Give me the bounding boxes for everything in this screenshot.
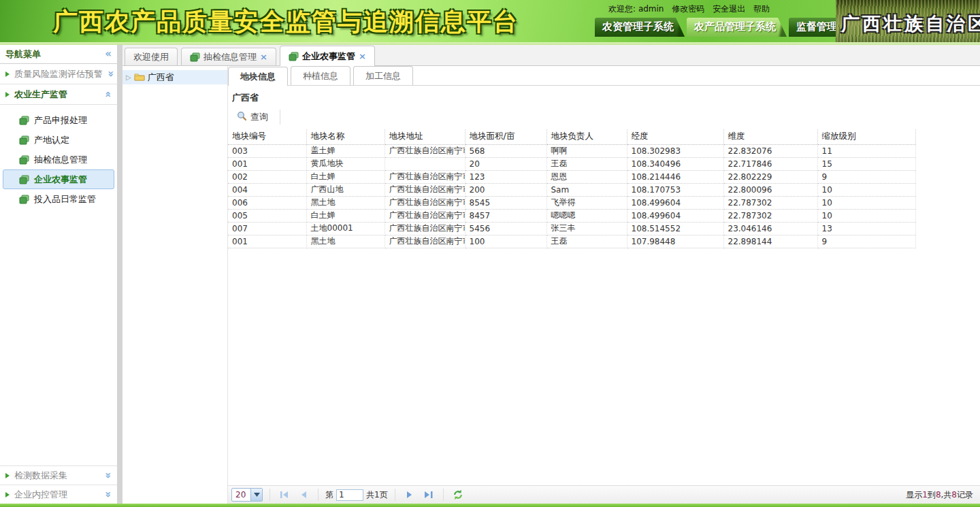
table-row[interactable]: 001黄瓜地块20王磊108.34049622.71784615: [228, 157, 915, 170]
table-cell[interactable]: 123: [465, 170, 546, 183]
next-page-button[interactable]: [402, 488, 417, 502]
table-cell[interactable]: 107.98448: [627, 235, 723, 248]
table-cell[interactable]: 黑土地: [306, 235, 385, 248]
sidebar-divider[interactable]: [117, 45, 122, 504]
table-cell[interactable]: 广西壮族自治区南宁市: [385, 209, 465, 222]
search-button[interactable]: 查询: [231, 108, 274, 126]
table-cell[interactable]: 108.302983: [627, 144, 723, 157]
tab-enterprise-farming[interactable]: 企业农事监管 ×: [280, 46, 375, 66]
table-cell[interactable]: 广西壮族自治区南宁市: [385, 235, 465, 248]
table-cell[interactable]: 黑土地: [306, 196, 385, 209]
help-link[interactable]: 帮助: [753, 4, 770, 14]
table-row[interactable]: 007土地00001广西壮族自治区南宁市5456张三丰108.51455223.…: [228, 222, 915, 235]
col-header-plot-manager[interactable]: 地块负责人: [546, 129, 627, 144]
sidebar-item-origin-certify[interactable]: 产地认定: [3, 130, 114, 150]
sidebar-item-enterprise-farming[interactable]: 企业农事监管: [3, 169, 114, 189]
subsystem-tab-nongzi[interactable]: 农资管理子系统: [595, 18, 685, 37]
tree-node-guangxi[interactable]: ▷ 广西省: [122, 70, 227, 84]
table-cell[interactable]: 200: [465, 183, 546, 196]
table-cell[interactable]: 9: [817, 235, 915, 248]
table-cell[interactable]: 广西壮族自治区南宁市: [385, 222, 465, 235]
table-cell[interactable]: 10: [817, 183, 915, 196]
table-cell[interactable]: 黄瓜地块: [306, 157, 385, 170]
table-cell[interactable]: 王磊: [546, 235, 627, 248]
section-test-data-collection[interactable]: 检测数据采集 »: [0, 465, 117, 485]
table-cell[interactable]: 白土婵: [306, 209, 385, 222]
table-cell[interactable]: 11: [817, 144, 915, 157]
table-cell[interactable]: 广西壮族自治区南宁市: [385, 196, 465, 209]
change-password-link[interactable]: 修改密码: [672, 4, 704, 14]
table-cell[interactable]: 22.832076: [723, 144, 817, 157]
table-cell[interactable]: 5456: [465, 222, 546, 235]
table-cell[interactable]: [385, 157, 465, 170]
last-page-button[interactable]: [421, 488, 436, 502]
table-cell[interactable]: 王磊: [546, 157, 627, 170]
table-cell[interactable]: Sam: [546, 183, 627, 196]
table-cell[interactable]: 108.340496: [627, 157, 723, 170]
col-header-latitude[interactable]: 维度: [723, 129, 817, 144]
chevron-down-icon[interactable]: [250, 489, 262, 501]
table-cell[interactable]: 568: [465, 144, 546, 157]
col-header-longitude[interactable]: 经度: [627, 129, 723, 144]
table-cell[interactable]: 嗯嗯嗯: [546, 209, 627, 222]
page-size-select[interactable]: 20: [231, 488, 263, 502]
table-cell[interactable]: 22.898144: [723, 235, 817, 248]
table-cell[interactable]: 15: [817, 157, 915, 170]
table-cell[interactable]: 005: [228, 209, 306, 222]
table-cell[interactable]: 8545: [465, 196, 546, 209]
chevron-up-icon[interactable]: «: [103, 91, 114, 98]
table-cell[interactable]: 10: [817, 209, 915, 222]
close-tab-icon[interactable]: ×: [260, 52, 267, 62]
chevron-down-icon[interactable]: »: [103, 472, 114, 479]
first-page-button[interactable]: [277, 488, 292, 502]
col-header-zoom-level[interactable]: 缩放级别: [817, 129, 915, 144]
table-row[interactable]: 005白土婵广西壮族自治区南宁市8457嗯嗯嗯108.49960422.7873…: [228, 209, 915, 222]
subtab-planting-info[interactable]: 种植信息: [291, 66, 350, 85]
table-cell[interactable]: 22.787302: [723, 209, 817, 222]
section-agri-production[interactable]: 农业生产监管 «: [0, 84, 117, 105]
table-cell[interactable]: 23.046146: [723, 222, 817, 235]
col-header-plot-id[interactable]: 地块编号: [228, 129, 306, 144]
table-cell[interactable]: 108.170753: [627, 183, 723, 196]
chevron-down-icon[interactable]: »: [105, 71, 116, 78]
chevron-down-icon[interactable]: »: [103, 491, 114, 498]
table-cell[interactable]: 108.499604: [627, 196, 723, 209]
table-cell[interactable]: 22.800096: [723, 183, 817, 196]
refresh-icon[interactable]: [451, 488, 466, 502]
table-cell[interactable]: 张三丰: [546, 222, 627, 235]
section-risk-warning[interactable]: 质量风险监测评估预警 »: [0, 64, 117, 84]
sidebar-item-input-supervision[interactable]: 投入品日常监管: [3, 189, 114, 209]
section-enterprise-internal-control[interactable]: 企业内控管理 »: [0, 485, 117, 504]
table-cell[interactable]: 10: [817, 196, 915, 209]
table-cell[interactable]: 001: [228, 157, 306, 170]
table-cell[interactable]: 9: [817, 170, 915, 183]
table-cell[interactable]: 白土婵: [306, 170, 385, 183]
table-cell[interactable]: 100: [465, 235, 546, 248]
table-cell[interactable]: 广西壮族自治区南宁市: [385, 170, 465, 183]
table-row[interactable]: 002白土婵广西壮族自治区南宁市123恩恩108.21444622.802229…: [228, 170, 915, 183]
table-row[interactable]: 004广西山地广西壮族自治区南宁市200Sam108.17075322.8000…: [228, 183, 915, 196]
collapse-sidebar-icon[interactable]: «: [105, 49, 112, 59]
col-header-plot-address[interactable]: 地块地址: [385, 129, 465, 144]
table-cell[interactable]: 盖土婵: [306, 144, 385, 157]
tab-sampling-info[interactable]: 抽检信息管理 ×: [181, 48, 276, 65]
col-header-plot-area[interactable]: 地块面积/亩: [465, 129, 546, 144]
table-cell[interactable]: 13: [817, 222, 915, 235]
table-cell[interactable]: 108.214446: [627, 170, 723, 183]
table-cell[interactable]: 108.514552: [627, 222, 723, 235]
subtab-plot-info[interactable]: 地块信息: [228, 67, 288, 86]
table-cell[interactable]: 广西壮族自治区南宁市: [385, 144, 465, 157]
table-cell[interactable]: 土地00001: [306, 222, 385, 235]
tab-welcome[interactable]: 欢迎使用: [125, 48, 178, 65]
close-tab-icon[interactable]: ×: [359, 51, 366, 61]
col-header-plot-name[interactable]: 地块名称: [306, 129, 385, 144]
table-cell[interactable]: 002: [228, 170, 306, 183]
table-row[interactable]: 001黑土地广西壮族自治区南宁市100王磊107.9844822.8981449: [228, 235, 915, 248]
subsystem-tab-nongchanpin[interactable]: 农产品管理子系统: [687, 18, 787, 37]
tree-expander-icon[interactable]: ▷: [126, 73, 131, 81]
table-cell[interactable]: 108.499604: [627, 209, 723, 222]
table-cell[interactable]: 22.802229: [723, 170, 817, 183]
table-cell[interactable]: 001: [228, 235, 306, 248]
table-cell[interactable]: 飞举得: [546, 196, 627, 209]
table-cell[interactable]: 22.717846: [723, 157, 817, 170]
